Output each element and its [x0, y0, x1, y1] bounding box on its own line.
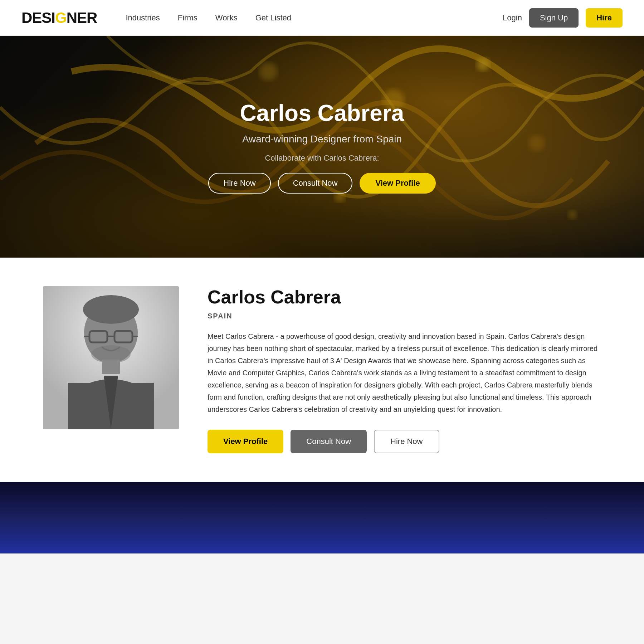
nav-item-works[interactable]: Works [215, 13, 238, 23]
profile-view-profile-button[interactable]: View Profile [208, 430, 283, 453]
profile-avatar-svg [43, 286, 179, 429]
profile-buttons: View Profile Consult Now Hire Now [208, 430, 601, 453]
hero-subtitle: Award-winning Designer from Spain [208, 133, 436, 145]
login-button[interactable]: Login [503, 13, 522, 23]
hero-hire-button[interactable]: Hire Now [208, 173, 270, 194]
nav-item-firms[interactable]: Firms [178, 13, 197, 23]
profile-bio: Meet Carlos Cabrera - a powerhouse of go… [208, 330, 601, 415]
svg-point-1 [477, 58, 489, 71]
profile-name: Carlos Cabrera [208, 286, 601, 308]
profile-hire-button[interactable]: Hire Now [374, 430, 439, 453]
hero-view-profile-button[interactable]: View Profile [360, 173, 435, 194]
hero-content: Carlos Cabrera Award-winning Designer fr… [208, 100, 436, 194]
profile-consult-button[interactable]: Consult Now [291, 430, 367, 453]
signup-button[interactable]: Sign Up [529, 8, 579, 28]
nav-links: Industries Firms Works Get Listed [126, 13, 503, 23]
navbar: DESIGNER Industries Firms Works Get List… [0, 0, 644, 36]
hero-consult-button[interactable]: Consult Now [278, 173, 353, 194]
hero-buttons: Hire Now Consult Now View Profile [208, 173, 436, 194]
logo[interactable]: DESIGNER [21, 9, 97, 26]
profile-info: Carlos Cabrera SPAIN Meet Carlos Cabrera… [208, 286, 601, 453]
hero-section: Carlos Cabrera Award-winning Designer fr… [0, 36, 644, 258]
svg-point-5 [259, 63, 277, 80]
nav-item-get-listed[interactable]: Get Listed [255, 13, 291, 23]
bottom-section [0, 482, 644, 553]
nav-actions: Login Sign Up Hire [503, 8, 623, 28]
profile-photo [43, 286, 179, 429]
profile-section: Carlos Cabrera SPAIN Meet Carlos Cabrera… [0, 258, 644, 482]
svg-point-2 [529, 135, 545, 151]
hero-collaborate-text: Collaborate with Carlos Cabrera: [208, 153, 436, 163]
svg-point-9 [83, 295, 139, 324]
svg-rect-16 [102, 360, 120, 374]
hire-nav-button[interactable]: Hire [586, 8, 623, 28]
logo-highlight: G [55, 9, 67, 26]
nav-item-industries[interactable]: Industries [126, 13, 160, 23]
profile-country: SPAIN [208, 312, 601, 320]
svg-point-4 [568, 210, 577, 219]
hero-designer-name: Carlos Cabrera [208, 100, 436, 126]
